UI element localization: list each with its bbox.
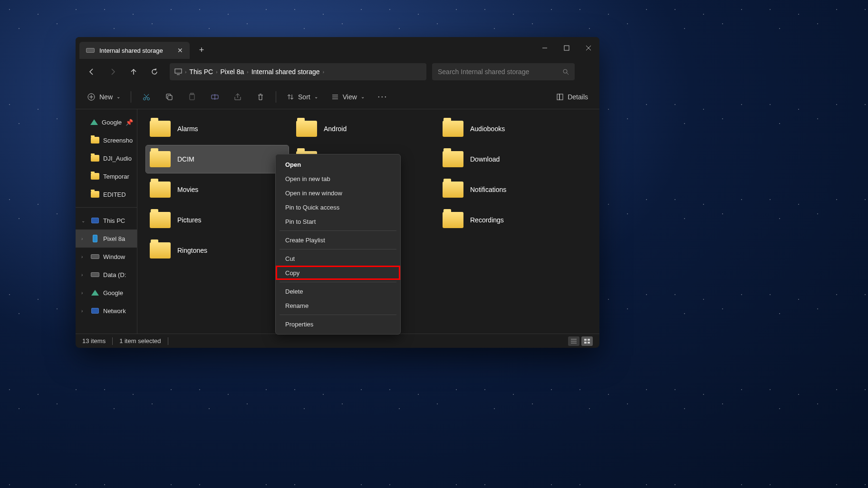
- address-bar[interactable]: › This PC › Pixel 8a › Internal shared s…: [170, 63, 426, 80]
- drive-icon: [91, 254, 99, 259]
- sidebar-item-label: Temporar: [103, 173, 129, 180]
- folder-icon: [443, 212, 463, 228]
- sidebar: Google📌ScreenshoDJI_AudioTemporarEDITED⌄…: [76, 109, 137, 334]
- sort-button[interactable]: Sort ⌄: [282, 88, 323, 105]
- view-button[interactable]: View ⌄: [327, 88, 369, 105]
- folder-item[interactable]: Download: [439, 145, 581, 173]
- context-menu-open-in-new-tab[interactable]: Open in new tab: [276, 172, 400, 186]
- sidebar-drive-item[interactable]: ⌄This PC: [76, 211, 137, 230]
- copy-button[interactable]: [160, 88, 179, 105]
- tab-title: Internal shared storage: [99, 47, 163, 54]
- folder-name: Ringtones: [177, 247, 207, 254]
- chevron-right-icon: ›: [81, 254, 87, 259]
- folder-item[interactable]: Movies: [146, 176, 289, 203]
- new-tab-button[interactable]: +: [199, 45, 204, 55]
- details-button[interactable]: Details: [551, 88, 593, 105]
- context-menu-open[interactable]: Open: [276, 157, 400, 172]
- active-tab[interactable]: Internal shared storage ✕: [79, 42, 190, 59]
- context-menu-cut[interactable]: Cut: [276, 251, 400, 266]
- share-button[interactable]: [228, 88, 247, 105]
- maximize-button[interactable]: [556, 37, 578, 59]
- tiles-view-toggle[interactable]: [581, 336, 593, 346]
- rename-button[interactable]: [205, 88, 224, 105]
- folder-item[interactable]: Recordings: [439, 206, 581, 234]
- chevron-right-icon: ›: [216, 69, 217, 75]
- svg-point-6: [563, 69, 567, 73]
- close-tab-icon[interactable]: ✕: [177, 47, 183, 54]
- separator: [112, 337, 113, 345]
- sidebar-item-label: Window: [103, 253, 125, 260]
- folder-icon: [91, 137, 99, 144]
- folder-item[interactable]: Audiobooks: [439, 115, 581, 143]
- folder-icon: [443, 121, 463, 137]
- folder-item[interactable]: Pictures: [146, 206, 289, 234]
- titlebar: Internal shared storage ✕ +: [76, 37, 599, 59]
- folder-icon: [150, 151, 171, 167]
- sidebar-item-label: Google: [103, 289, 123, 297]
- phone-icon: [91, 235, 99, 242]
- chevron-down-icon: ⌄: [81, 218, 87, 223]
- sidebar-item-label: This PC: [103, 217, 125, 224]
- breadcrumb-item[interactable]: This PC: [189, 68, 213, 76]
- folder-name: Pictures: [177, 216, 202, 224]
- folder-item[interactable]: Notifications: [439, 176, 581, 203]
- svg-rect-31: [584, 342, 587, 344]
- context-menu-properties[interactable]: Properties: [276, 317, 400, 331]
- context-menu-create-playlist[interactable]: Create Playlist: [276, 233, 400, 247]
- gdrive-icon: [91, 290, 99, 296]
- folder-item[interactable]: Android: [292, 115, 435, 143]
- minimize-button[interactable]: [534, 37, 556, 59]
- context-menu-open-in-new-window[interactable]: Open in new window: [276, 186, 400, 200]
- sidebar-drive-item[interactable]: ›Network: [76, 302, 137, 320]
- folder-item[interactable]: Ringtones: [146, 237, 289, 264]
- folder-item[interactable]: DCIM: [146, 145, 289, 173]
- context-menu-rename[interactable]: Rename: [276, 298, 400, 313]
- sidebar-quick-item[interactable]: Google📌: [76, 113, 137, 131]
- folder-icon: [91, 155, 99, 162]
- refresh-button[interactable]: [145, 62, 164, 81]
- folder-name: DCIM: [177, 155, 194, 163]
- paste-button[interactable]: [183, 88, 202, 105]
- context-menu-copy[interactable]: Copy: [276, 266, 400, 280]
- chevron-right-icon: ›: [185, 69, 186, 75]
- nav-bar: › This PC › Pixel 8a › Internal shared s…: [76, 59, 599, 85]
- back-button[interactable]: [82, 62, 101, 81]
- menu-separator: [280, 230, 396, 231]
- close-window-button[interactable]: [578, 37, 599, 59]
- delete-button[interactable]: [251, 88, 270, 105]
- drive-icon: [86, 48, 95, 53]
- sidebar-drive-item[interactable]: ›Google: [76, 284, 137, 302]
- window-controls: [534, 37, 599, 59]
- sidebar-quick-item[interactable]: Screensho: [76, 131, 137, 149]
- forward-button[interactable]: [103, 62, 122, 81]
- sidebar-quick-item[interactable]: DJI_Audio: [76, 149, 137, 167]
- folder-name: Android: [324, 125, 347, 133]
- context-menu-delete[interactable]: Delete: [276, 284, 400, 298]
- folder-icon: [296, 121, 317, 137]
- context-menu-pin-to-start[interactable]: Pin to Start: [276, 214, 400, 229]
- details-view-toggle[interactable]: [568, 336, 579, 346]
- context-menu-pin-to-quick-access[interactable]: Pin to Quick access: [276, 200, 400, 214]
- sidebar-drive-item[interactable]: ›Data (D:: [76, 266, 137, 284]
- new-button[interactable]: New ⌄: [82, 88, 125, 105]
- sidebar-drive-item[interactable]: ›Pixel 8a: [76, 230, 137, 248]
- view-icon: [331, 93, 339, 101]
- up-button[interactable]: [124, 62, 143, 81]
- folder-icon: [150, 121, 171, 137]
- folder-item[interactable]: Alarms: [146, 115, 289, 143]
- sidebar-item-label: DJI_Audio: [103, 155, 132, 162]
- sort-label: Sort: [298, 93, 310, 101]
- breadcrumb-item[interactable]: Pixel 8a: [220, 68, 244, 76]
- cut-button[interactable]: [137, 88, 156, 105]
- svg-rect-29: [584, 339, 587, 341]
- breadcrumb-item[interactable]: Internal shared storage: [251, 68, 320, 76]
- folder-icon: [443, 182, 463, 198]
- search-input[interactable]: Search Internal shared storage: [432, 63, 575, 80]
- sidebar-drive-item[interactable]: ›Window: [76, 248, 137, 266]
- menu-separator: [280, 282, 396, 282]
- more-button[interactable]: ···: [373, 88, 392, 105]
- sidebar-quick-item[interactable]: EDITED: [76, 185, 137, 203]
- sidebar-quick-item[interactable]: Temporar: [76, 167, 137, 185]
- sidebar-item-label: Pixel 8a: [103, 235, 125, 242]
- sort-icon: [287, 93, 294, 101]
